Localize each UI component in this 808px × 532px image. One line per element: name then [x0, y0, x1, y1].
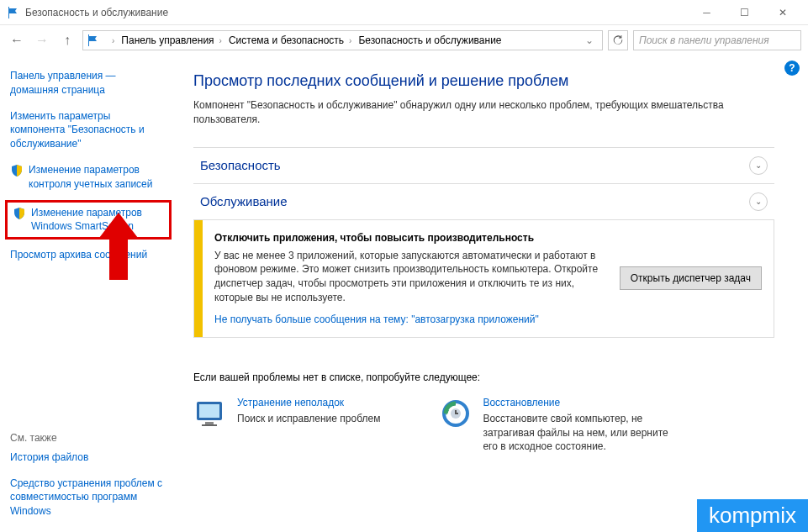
sidebar-link-highlight: Изменение параметров Windows SmartScreen: [5, 200, 172, 240]
close-button[interactable]: ✕: [763, 0, 801, 25]
search-placeholder: Поиск в панели управления: [639, 34, 769, 46]
alert-description: У вас не менее 3 приложений, которые зап…: [214, 249, 603, 305]
troubleshoot-icon: [193, 397, 227, 430]
alert-severity-bar: [194, 220, 203, 337]
solution-troubleshoot[interactable]: Устранение неполадок Поиск и исправление…: [193, 397, 380, 454]
help-button[interactable]: ?: [784, 61, 800, 76]
titlebar: Безопасность и обслуживание ─ ☐ ✕: [0, 0, 808, 25]
solution-recovery-desc: Восстановите свой компьютер, не затрагив…: [483, 412, 683, 454]
breadcrumb-dropdown[interactable]: ⌄: [580, 34, 599, 46]
page-subheading: Компонент "Безопасность и обслуживание" …: [193, 98, 774, 127]
flag-icon: [7, 6, 20, 19]
see-also-0[interactable]: История файлов: [10, 450, 177, 465]
footer-text: Если вашей проблемы нет в списке, попроб…: [193, 371, 774, 383]
svg-rect-2: [205, 422, 214, 424]
minimize-button[interactable]: ─: [688, 0, 726, 25]
main: ? Просмотр последних сообщений и решение…: [177, 55, 808, 532]
alert-dismiss-link[interactable]: Не получать больше сообщения на тему: "а…: [214, 313, 603, 325]
section-maintenance[interactable]: Обслуживание ⌄: [193, 184, 774, 220]
chevron-down-icon: ⌄: [749, 156, 768, 175]
recovery-icon: [439, 397, 473, 430]
svg-rect-8: [455, 413, 458, 414]
back-button[interactable]: ←: [7, 30, 27, 50]
see-also: См. также История файлов Средство устран…: [10, 432, 177, 519]
sidebar-link-1[interactable]: Изменение параметров контроля учетных за…: [10, 163, 166, 192]
section-maintenance-title: Обслуживание: [200, 194, 288, 208]
section-security-title: Безопасность: [200, 158, 281, 172]
breadcrumb[interactable]: › Панель управления› Система и безопасно…: [82, 30, 603, 50]
svg-rect-3: [202, 424, 217, 426]
chevron-down-icon: ⌄: [749, 192, 768, 211]
window-title: Безопасность и обслуживание: [25, 7, 688, 18]
shield-icon: [13, 207, 26, 220]
sidebar-link-2[interactable]: Изменение параметров Windows SmartScreen: [13, 206, 164, 234]
refresh-icon: [612, 34, 624, 46]
maximize-button[interactable]: ☐: [726, 0, 763, 25]
alert-box: Отключить приложения, чтобы повысить про…: [193, 220, 774, 338]
section-security[interactable]: Безопасность ⌄: [193, 147, 774, 184]
solution-troubleshoot-desc: Поиск и исправление проблем: [237, 412, 380, 426]
crumb-sep[interactable]: ›: [103, 36, 118, 45]
navbar: ← → ↑ › Панель управления› Система и без…: [0, 25, 808, 55]
sidebar-link-0[interactable]: Изменить параметры компонента "Безопасно…: [10, 109, 166, 151]
up-button[interactable]: ↑: [57, 30, 77, 50]
page-heading: Просмотр последних сообщений и решение п…: [193, 72, 774, 90]
forward-button[interactable]: →: [32, 30, 52, 50]
sidebar: Панель управления — домашняя страница Из…: [0, 55, 177, 532]
search-input[interactable]: Поиск в панели управления: [633, 30, 801, 50]
see-also-1[interactable]: Средство устранения проблем с совместимо…: [10, 477, 177, 519]
solution-troubleshoot-title: Устранение неполадок: [237, 397, 380, 408]
crumb-2[interactable]: Безопасность и обслуживание: [355, 34, 504, 46]
see-also-heading: См. также: [10, 432, 177, 444]
solution-recovery-title: Восстановление: [483, 397, 683, 408]
crumb-1[interactable]: Система и безопасность›: [225, 34, 355, 46]
watermark: kompmix: [697, 499, 808, 532]
sidebar-link-3[interactable]: Просмотр архива сообщений: [10, 248, 166, 262]
open-task-manager-button[interactable]: Открыть диспетчер задач: [620, 266, 762, 290]
solution-recovery[interactable]: Восстановление Восстановите свой компьют…: [439, 397, 683, 454]
svg-rect-1: [199, 404, 219, 418]
shield-icon: [10, 164, 24, 177]
refresh-button[interactable]: [608, 30, 628, 50]
alert-title: Отключить приложения, чтобы повысить про…: [214, 232, 603, 244]
crumb-0[interactable]: Панель управления›: [118, 34, 225, 46]
flag-icon: [87, 34, 100, 47]
control-panel-home-link[interactable]: Панель управления — домашняя страница: [10, 69, 166, 97]
